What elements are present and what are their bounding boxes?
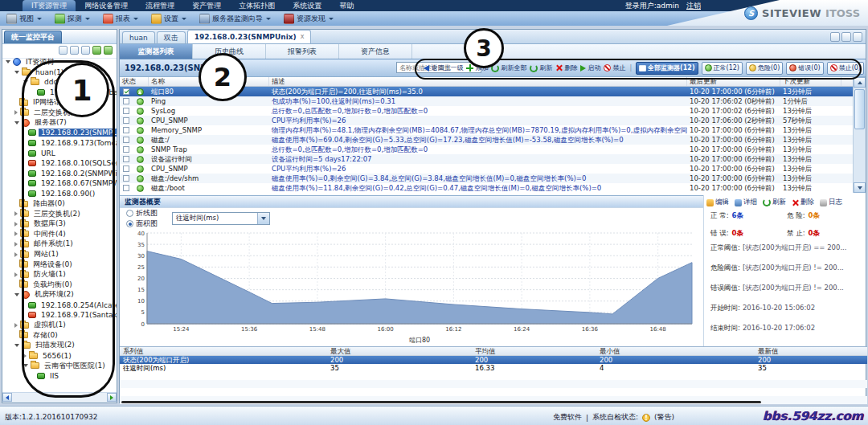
menu-item-5[interactable]: 立体拓扑图	[230, 0, 284, 11]
row-checkbox[interactable]	[123, 98, 129, 104]
selfcheck-status[interactable]: (警告)	[654, 412, 674, 423]
svg-text:15: 15	[137, 287, 145, 293]
metric-select[interactable]: 往返时间(ms)	[172, 212, 270, 225]
monitor-row[interactable]: Memory_SNMP物理内存利用率(%)=48.1,物理内存剩余空间(MB)=…	[120, 125, 854, 135]
row-checkbox[interactable]	[123, 146, 129, 153]
monitor-row[interactable]: 磁盘:/boot磁盘使用率(%)=11.84,剩余空间(G)=0.42,总空间(…	[120, 183, 854, 193]
menu-item-2[interactable]: 网络设备管理	[76, 0, 137, 11]
ribbon-button-3[interactable]: 报表	[103, 14, 138, 24]
detail-delete-button[interactable]: 删除	[792, 198, 814, 207]
scroll-right-icon[interactable]	[107, 393, 117, 402]
series-column-1[interactable]: 系列值	[120, 347, 327, 355]
row-checkbox[interactable]	[123, 108, 129, 114]
series-column-5[interactable]: 最新值	[755, 347, 867, 355]
scroll-up-icon[interactable]	[854, 77, 866, 88]
detail-log-button[interactable]: 日志	[820, 198, 842, 207]
status-divider: |	[586, 414, 588, 422]
tree-toggle-icon[interactable]	[14, 211, 18, 216]
menu-item-6[interactable]: 系统设置	[284, 0, 330, 11]
tab-list-icon[interactable]	[853, 32, 862, 42]
collapse-all-icon[interactable]	[70, 46, 79, 55]
series-row[interactable]: 状态(200为端口开启)200200200200	[120, 356, 867, 364]
row-checkbox[interactable]	[123, 185, 129, 191]
ribbon-button-5[interactable]: 服务器监测向导	[199, 14, 271, 24]
subtab-4[interactable]: 资产信息	[339, 44, 412, 59]
topology-icon[interactable]	[104, 46, 113, 55]
tree-toggle-icon[interactable]	[14, 242, 18, 247]
detail-refresh-button[interactable]: 刷新	[763, 198, 786, 207]
chart-type-radio-2[interactable]: 面积图	[126, 219, 158, 229]
column-header-1[interactable]: 状态	[120, 77, 149, 86]
refresh-icon[interactable]	[92, 46, 101, 55]
ribbon-button-6[interactable]: 资源发现	[284, 14, 334, 24]
root-icon	[13, 58, 21, 66]
status-count-3: 错 误:0条	[710, 229, 787, 239]
monitor-row[interactable]: SysLog总行数=0,总匹配数=0,增加行数=0,增加匹配数=010-20 1…	[120, 106, 854, 116]
ribbon-button-2[interactable]: 探测	[55, 14, 90, 24]
detail-edit-button[interactable]: 编辑	[706, 198, 729, 207]
tree-toggle-icon[interactable]	[14, 222, 18, 227]
menu-item-7[interactable]: 帮助	[330, 0, 362, 11]
monitor-summary-header: 监测器概要	[120, 195, 703, 208]
locate-icon[interactable]	[81, 46, 90, 55]
tree-toggle-icon[interactable]	[14, 344, 19, 347]
tree-toggle-icon[interactable]	[14, 323, 18, 328]
series-column-3[interactable]: 平均值	[472, 347, 596, 355]
tree-toggle-icon[interactable]	[14, 293, 19, 296]
metric-select-value: 往返时间(ms)	[176, 214, 219, 223]
tree-toggle-icon[interactable]	[14, 110, 18, 115]
sidebar-tab-monitor-platform[interactable]: 统一监控平台	[4, 31, 62, 43]
chart-type-radio-1[interactable]: 折线图	[126, 208, 158, 219]
row-checkbox[interactable]	[123, 137, 129, 143]
scroll-down-icon[interactable]	[854, 182, 866, 193]
monitor-row[interactable]: 磁盘:/磁盘使用率(%)=69.04,剩余空间(G)=5.33,总空间(G)=1…	[120, 135, 854, 145]
row-checkbox[interactable]	[123, 117, 129, 124]
tree-toggle-icon[interactable]	[14, 71, 19, 74]
scroll-left-icon[interactable]	[2, 393, 12, 402]
monitor-row[interactable]: 设备运行时间设备运行时间=5 days17:22:0710-20 17:00:0…	[120, 154, 854, 164]
detail-field-label: 结束时间:	[710, 324, 740, 332]
tree-toggle-icon[interactable]	[6, 60, 10, 63]
subtab-3[interactable]: 报警列表	[266, 44, 339, 59]
tab-scroll-left-icon[interactable]	[830, 32, 840, 42]
scrollbar-thumb[interactable]	[854, 89, 865, 129]
menu-item-4[interactable]: 资产管理	[183, 0, 230, 11]
next-update: 1分钟后	[780, 96, 841, 106]
monitor-name: CPU_SNMP	[149, 164, 269, 174]
row-checkbox[interactable]	[123, 88, 129, 95]
series-column-2[interactable]: 最大值	[327, 347, 472, 355]
row-checkbox[interactable]	[123, 166, 129, 172]
subtab-1[interactable]: 监测器列表	[120, 44, 193, 59]
chevron-down-icon	[37, 18, 42, 20]
monitor-description: CPU平均利用率(%)=26	[269, 116, 687, 125]
monitor-row[interactable]: CPU_SNMPCPU平均利用率(%)=2610-20 17:06:00 (2秒…	[120, 116, 854, 125]
tab-scroll-right-icon[interactable]	[841, 32, 851, 42]
menu-item-3[interactable]: 流程管理	[137, 0, 183, 11]
monitor-row[interactable]: 磁盘:/dev/shm磁盘使用率(%)=0,剩余空间(G)=3.84,总空间(G…	[120, 174, 854, 183]
ribbon-button-1[interactable]: 视图	[6, 14, 42, 24]
tree-toggle-icon[interactable]	[14, 231, 18, 236]
ribbon-button-4[interactable]: 设置	[151, 14, 186, 24]
doc-tab-1[interactable]: huan	[122, 31, 155, 43]
detail-detail-button[interactable]: 详细	[735, 198, 757, 207]
tabstrip-icons	[830, 32, 862, 42]
doc-tab-2[interactable]: 双击	[157, 31, 186, 43]
tree-toggle-icon[interactable]	[14, 121, 19, 125]
row-checkbox[interactable]	[123, 127, 129, 133]
row-checkbox[interactable]	[123, 156, 129, 162]
menu-item-1[interactable]: IT资源管理	[23, 0, 76, 11]
expand-all-icon[interactable]	[59, 46, 68, 55]
monitor-row[interactable]: CPU_SNMPCPU平均利用率(%)=2610-20 17:00:00 (6分…	[120, 164, 854, 174]
monitor-row[interactable]: SNMP Trap总行数=0,总匹配数=0,增加行数=0,增加匹配数=010-2…	[120, 145, 854, 154]
doc-tab-3[interactable]: 192.168.0.23(SNMPUnix)x	[187, 30, 312, 43]
tab-close-icon[interactable]: x	[301, 31, 305, 43]
tree-toggle-icon[interactable]	[14, 252, 18, 257]
tree-toggle-icon[interactable]	[14, 272, 18, 277]
logout-link[interactable]: 注销	[686, 1, 701, 10]
row-checkbox[interactable]	[123, 175, 129, 182]
monitor-table-scrollbar[interactable]	[853, 77, 866, 193]
series-row[interactable]: 往返时间(ms)3516.33435	[120, 364, 867, 372]
chevron-down-icon[interactable]	[257, 213, 269, 224]
user-box: 登录用户:admin 注销	[625, 1, 701, 10]
series-column-4[interactable]: 最小值	[596, 347, 755, 355]
